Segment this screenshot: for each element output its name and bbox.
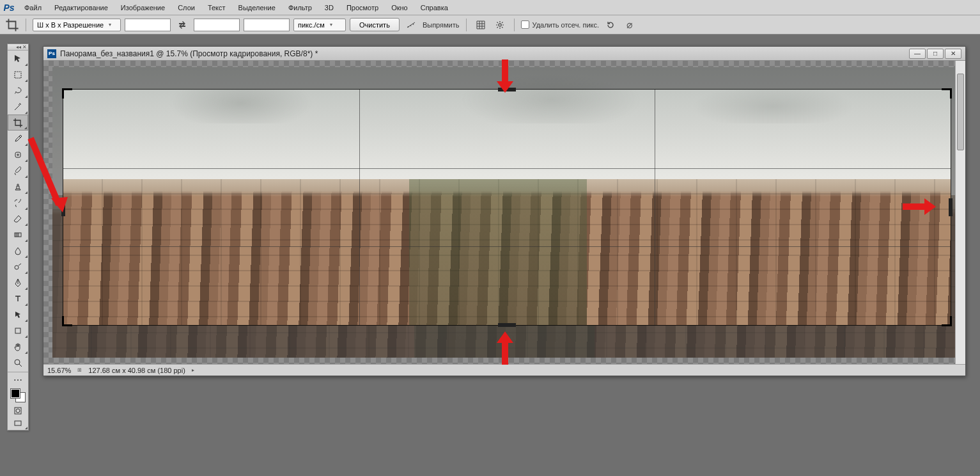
menu-edit[interactable]: Редактирование (48, 1, 114, 14)
menu-help[interactable]: Справка (414, 1, 455, 14)
menu-file[interactable]: Файл (18, 1, 48, 14)
clone-stamp-tool[interactable] (8, 178, 28, 194)
toolbox: ◂◂✕ ⋯ (7, 44, 29, 431)
hand-tool[interactable] (8, 338, 28, 354)
crop-overlay-icon[interactable] (473, 17, 488, 33)
zoom-tool[interactable] (8, 354, 28, 370)
pen-tool[interactable] (8, 274, 28, 290)
shape-tool[interactable] (8, 322, 28, 338)
scrollbar-thumb[interactable] (957, 74, 964, 150)
color-swatch[interactable] (10, 389, 26, 402)
document-window: Ps Панорама_без_названия1 @ 15.7% (Просм… (43, 46, 966, 376)
ps-file-icon: Ps (47, 49, 56, 58)
caret-icon: ▾ (330, 22, 332, 28)
straighten-label: Выпрямить (423, 21, 460, 29)
svg-point-0 (498, 23, 501, 26)
caret-icon: ▾ (109, 22, 111, 28)
crop-handle-right[interactable] (949, 198, 953, 216)
crop-grid-line (63, 168, 951, 169)
crop-handle-bottom[interactable] (498, 323, 516, 327)
toolbox-header[interactable]: ◂◂✕ (8, 44, 28, 51)
path-select-tool[interactable] (8, 306, 28, 322)
window-close-button[interactable]: ✕ (945, 49, 961, 59)
menu-bar: Ps Файл Редактирование Изображение Слои … (0, 0, 980, 15)
crop-preview (63, 90, 951, 325)
healing-brush-tool[interactable] (8, 147, 28, 163)
document-statusbar: 15.67% ⊞ 127.68 см x 40.98 см (180 ppi) … (43, 364, 965, 376)
magic-wand-tool[interactable] (8, 99, 28, 115)
reset-crop-icon[interactable] (603, 17, 618, 33)
crop-handle-left[interactable] (61, 198, 65, 216)
app-logo: Ps (0, 0, 18, 15)
crop-grid-line (63, 246, 951, 247)
window-minimize-button[interactable]: — (909, 49, 926, 59)
document-title: Панорама_без_названия1 @ 15.7% (Просмотр… (60, 49, 909, 58)
crop-handle-corner[interactable] (942, 88, 952, 99)
svg-rect-1 (15, 72, 21, 78)
crop-grid-line (655, 90, 655, 325)
delete-cropped-checkbox-wrap[interactable]: Удалить отсеч. пикс. (521, 20, 600, 29)
screenmode-icon[interactable] (8, 417, 28, 430)
eyedropper-tool[interactable] (8, 131, 28, 147)
crop-grid-line (359, 90, 360, 325)
menu-view[interactable]: Просмотр (340, 1, 385, 14)
crop-tool[interactable] (8, 115, 28, 131)
crop-handle-corner[interactable] (942, 316, 952, 326)
clear-button[interactable]: Очистить (350, 18, 400, 31)
options-bar: Ш x В x Разрешение ▾ пикс./см ▾ Очистить… (0, 15, 980, 35)
blur-tool[interactable] (8, 242, 28, 258)
menu-text[interactable]: Текст (201, 1, 232, 14)
menu-3d[interactable]: 3D (318, 1, 340, 14)
crop-ratio-preset-dropdown[interactable]: Ш x В x Разрешение ▾ (33, 19, 121, 31)
marquee-tool[interactable] (8, 67, 28, 83)
crop-options-gear-icon[interactable] (492, 17, 508, 33)
svg-point-8 (16, 409, 20, 413)
crop-handle-top[interactable] (498, 88, 516, 91)
lasso-tool[interactable] (8, 83, 28, 99)
delete-cropped-checkbox[interactable] (521, 20, 529, 29)
crop-height-input[interactable] (194, 19, 240, 31)
svg-rect-9 (15, 421, 21, 425)
resolution-unit-dropdown[interactable]: пикс./см ▾ (293, 19, 346, 31)
eraser-tool[interactable] (8, 210, 28, 226)
crop-resolution-input[interactable] (244, 19, 290, 31)
straighten-icon[interactable] (403, 17, 419, 33)
menu-filter[interactable]: Фильтр (282, 1, 318, 14)
document-canvas[interactable] (43, 61, 965, 364)
svg-rect-5 (15, 328, 20, 333)
swap-dimensions-icon[interactable] (175, 17, 190, 33)
vertical-scrollbar[interactable] (955, 61, 965, 364)
crop-handle-corner[interactable] (62, 316, 72, 326)
cancel-crop-icon[interactable]: ⌀ (622, 17, 637, 33)
type-tool[interactable] (8, 290, 28, 306)
brush-tool[interactable] (8, 163, 28, 178)
move-tool[interactable] (8, 51, 28, 67)
delete-cropped-label: Удалить отсеч. пикс. (533, 21, 600, 29)
window-maximize-button[interactable]: □ (927, 49, 944, 59)
caret-icon[interactable]: ▸ (192, 367, 194, 373)
quickmask-icon[interactable] (8, 404, 28, 417)
history-brush-tool[interactable] (8, 194, 28, 210)
menu-image[interactable]: Изображение (114, 1, 171, 14)
zoom-level[interactable]: 15.67% (47, 367, 71, 374)
crop-selection[interactable] (63, 89, 951, 326)
caret-icon: ⊞ (77, 367, 82, 373)
menu-layers[interactable]: Слои (171, 1, 201, 14)
resolution-unit-label: пикс./см (298, 21, 325, 29)
document-titlebar[interactable]: Ps Панорама_без_названия1 @ 15.7% (Просм… (43, 47, 965, 61)
crop-handle-corner[interactable] (62, 88, 72, 99)
dodge-tool[interactable] (8, 258, 28, 274)
edit-toolbar-icon[interactable]: ⋯ (8, 374, 28, 386)
gradient-tool[interactable] (8, 226, 28, 242)
document-dimensions: 127.68 см x 40.98 см (180 ppi) (88, 367, 185, 374)
crop-ratio-preset-label: Ш x В x Разрешение (37, 21, 104, 29)
svg-point-6 (15, 360, 20, 365)
menu-select[interactable]: Выделение (232, 1, 282, 14)
menu-window[interactable]: Окно (385, 1, 414, 14)
crop-width-input[interactable] (125, 19, 171, 31)
crop-tool-icon (5, 18, 19, 32)
svg-point-4 (15, 266, 19, 269)
